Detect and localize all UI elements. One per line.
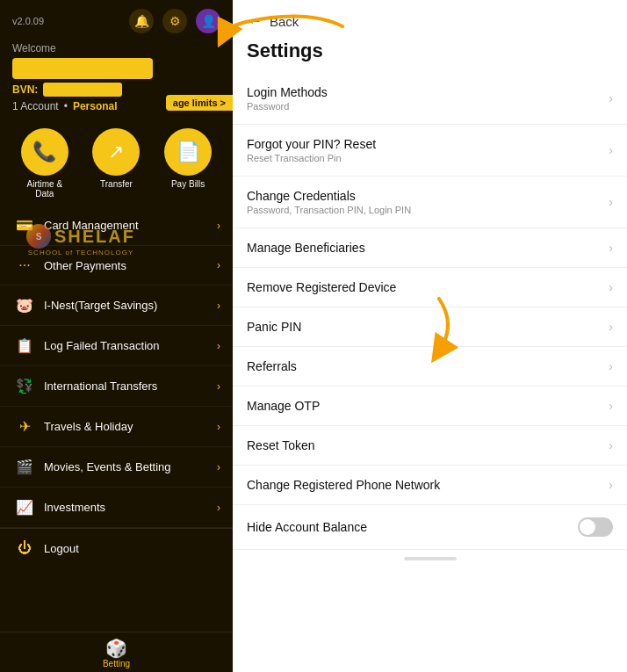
- sidebar-item-i-nest[interactable]: 🐷 I-Nest(Target Savings) ›: [0, 285, 233, 326]
- pay-bills-button[interactable]: 📄 Pay Bills: [164, 128, 212, 199]
- movies-icon: 🎬: [12, 459, 37, 475]
- sidebar-item-card-management[interactable]: 💳 Card Management ›: [0, 206, 233, 246]
- sidebar-item-investments[interactable]: 📈 Investments ›: [0, 488, 233, 528]
- logout-button[interactable]: ⏻ Logout: [0, 528, 233, 567]
- account-type: Personal: [73, 100, 118, 112]
- bottom-betting-tab[interactable]: 🎲 Betting: [0, 632, 233, 672]
- transfer-icon: ↗: [92, 128, 140, 176]
- bell-icon: 🔔: [134, 14, 149, 28]
- logout-label: Logout: [44, 542, 220, 555]
- other-payments-label: Other Payments: [44, 259, 217, 272]
- bvn-label: BVN:: [12, 83, 38, 96]
- movies-label: Movies, Events & Betting: [44, 460, 217, 473]
- back-label[interactable]: Back: [270, 14, 299, 29]
- airtime-label: Airtime &Data: [27, 179, 63, 199]
- sidebar-item-movies[interactable]: 🎬 Movies, Events & Betting ›: [0, 447, 233, 488]
- logout-icon: ⏻: [12, 540, 37, 556]
- gear-icon: ⚙: [169, 14, 181, 28]
- chevron-panic-icon: ›: [609, 320, 613, 334]
- back-arrow-button[interactable]: ←: [247, 12, 263, 31]
- settings-title: Settings: [233, 38, 627, 73]
- i-nest-label: I-Nest(Target Savings): [44, 299, 217, 312]
- chevron-network-icon: ›: [609, 478, 613, 492]
- investments-label: Investments: [44, 501, 217, 514]
- chevron-right-icon8: ›: [217, 502, 220, 514]
- hide-balance-toggle[interactable]: [578, 517, 613, 537]
- settings-item-change-credentials[interactable]: Change Credentials Password, Transaction…: [233, 177, 627, 228]
- sidebar-item-intl-transfers[interactable]: 💱 International Transfers ›: [0, 366, 233, 407]
- sidebar-item-travels[interactable]: ✈ Travels & Holiday ›: [0, 407, 233, 447]
- investments-icon: 📈: [12, 499, 37, 516]
- travels-icon: ✈: [12, 418, 37, 435]
- settings-header: ← Back: [233, 0, 627, 38]
- chevron-right-icon7: ›: [217, 461, 220, 473]
- settings-item-referrals[interactable]: Referrals ›: [233, 347, 627, 387]
- action-icons-row: 📞 Airtime &Data ↗ Transfer 📄 Pay Bills: [0, 121, 233, 206]
- chevron-credentials-icon: ›: [609, 195, 613, 209]
- airtime-data-button[interactable]: 📞 Airtime &Data: [21, 128, 68, 199]
- chevron-right-icon2: ›: [217, 259, 220, 271]
- chevron-right-icon: ›: [217, 220, 220, 232]
- settings-item-remove-device[interactable]: Remove Registered Device ›: [233, 268, 627, 307]
- settings-item-manage-beneficiaries[interactable]: Manage Beneficiaries ›: [233, 228, 627, 268]
- betting-label: Betting: [103, 659, 130, 668]
- chevron-pin-icon: ›: [609, 143, 613, 157]
- betting-icon: 🎲: [105, 638, 127, 659]
- settings-item-manage-otp[interactable]: Manage OTP ›: [233, 387, 627, 426]
- chevron-referrals-icon: ›: [609, 359, 613, 373]
- chevron-otp-icon: ›: [609, 399, 613, 413]
- left-panel: v2.0.09 🔔 ⚙ 👤 Welcome BVN: 1 Account • P…: [0, 0, 233, 672]
- settings-item-panic-pin[interactable]: Panic PIN ›: [233, 307, 627, 347]
- chevron-beneficiaries-icon: ›: [609, 241, 613, 255]
- intl-label: International Transfers: [44, 379, 217, 393]
- airtime-icon: 📞: [21, 128, 68, 176]
- pay-bills-icon: 📄: [164, 128, 212, 176]
- card-icon: 💳: [12, 217, 37, 234]
- welcome-label: Welcome: [12, 42, 220, 54]
- chevron-right-icon6: ›: [217, 421, 220, 433]
- settings-gear-button[interactable]: ⚙: [162, 9, 187, 33]
- i-nest-icon: 🐷: [12, 297, 37, 314]
- nav-list: 💳 Card Management › ··· Other Payments ›…: [0, 206, 233, 632]
- chevron-device-icon: ›: [609, 280, 613, 294]
- travels-label: Travels & Holiday: [44, 420, 217, 433]
- intl-icon: 💱: [12, 378, 37, 394]
- transfer-button[interactable]: ↗ Transfer: [92, 128, 140, 199]
- log-failed-icon: 📋: [12, 337, 37, 354]
- card-management-label: Card Management: [44, 219, 217, 232]
- chevron-right-icon5: ›: [217, 380, 220, 393]
- log-failed-label: Log Failed Transaction: [44, 339, 217, 352]
- toggle-knob: [580, 519, 595, 535]
- settings-item-change-phone-network[interactable]: Change Registered Phone Network ›: [233, 466, 627, 505]
- sidebar-item-log-failed[interactable]: 📋 Log Failed Transaction ›: [0, 326, 233, 366]
- user-icon: 👤: [201, 14, 216, 28]
- bvn-value: [43, 83, 122, 97]
- user-avatar-button[interactable]: 👤: [196, 9, 220, 33]
- pay-bills-label: Pay Bills: [171, 179, 205, 189]
- top-bar: v2.0.09 🔔 ⚙ 👤: [0, 0, 233, 37]
- chevron-token-icon: ›: [609, 438, 613, 452]
- settings-item-login-methods[interactable]: Login Methods Password ›: [233, 73, 627, 125]
- other-payments-icon: ···: [12, 257, 37, 273]
- settings-item-reset-token[interactable]: Reset Token ›: [233, 426, 627, 466]
- top-icons: 🔔 ⚙ 👤: [129, 9, 220, 33]
- account-count: 1 Account: [12, 100, 59, 112]
- right-panel: ← Back Settings Login Methods Password ›…: [233, 0, 627, 672]
- chevron-right-icon3: ›: [217, 300, 220, 312]
- sidebar-item-other-payments[interactable]: ··· Other Payments ›: [0, 246, 233, 285]
- chevron-right-icon4: ›: [217, 340, 220, 352]
- manage-limits-button[interactable]: age limits >: [166, 95, 233, 111]
- settings-item-hide-balance[interactable]: Hide Account Balance: [233, 505, 627, 550]
- settings-item-forgot-pin[interactable]: Forgot your PIN? Reset Reset Transaction…: [233, 125, 627, 177]
- scroll-indicator: [404, 557, 457, 560]
- account-name-bar: [12, 58, 153, 79]
- transfer-label: Transfer: [100, 179, 133, 189]
- notification-bell-button[interactable]: 🔔: [129, 9, 154, 33]
- version-label: v2.0.09: [12, 16, 44, 26]
- chevron-login-icon: ›: [609, 91, 613, 105]
